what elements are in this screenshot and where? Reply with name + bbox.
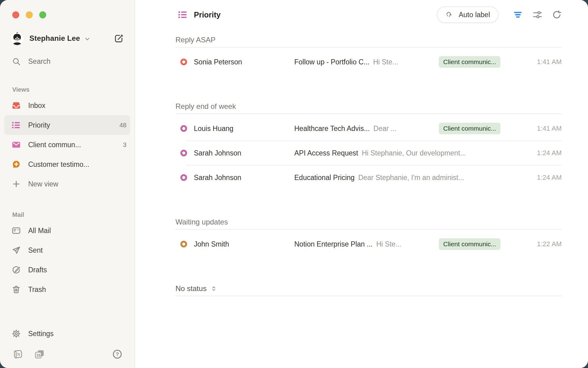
sidebar-item-label: Sent xyxy=(28,246,43,255)
group-title-no-status[interactable]: No status xyxy=(175,282,562,296)
divider xyxy=(175,296,562,296)
compose-icon xyxy=(114,33,124,44)
calendar-app-button[interactable]: 15 xyxy=(34,349,45,359)
trash-icon xyxy=(12,285,21,294)
email-preview: Hi Ste... xyxy=(376,240,434,248)
label-badge[interactable]: Client communic... xyxy=(439,123,500,134)
sidebar-item-priority[interactable]: Priority 48 xyxy=(4,115,130,135)
group-title-text: No status xyxy=(175,284,206,293)
label-badge[interactable]: Client communic... xyxy=(439,238,500,250)
email-row[interactable]: Louis Huang Healthcare Tech Advis... Dea… xyxy=(175,117,562,140)
svg-text:N: N xyxy=(17,352,21,357)
sidebar-item-label: Priority xyxy=(28,121,50,129)
sidebar-item-label: Customer testimo... xyxy=(28,160,89,169)
status-dot-icon xyxy=(180,125,187,132)
views-section-label: Views xyxy=(0,83,134,96)
new-view-button[interactable]: New view xyxy=(0,174,134,194)
auto-label-button[interactable]: Auto label xyxy=(437,6,499,23)
group-title: Waiting updates xyxy=(175,215,562,229)
email-time: 1:41 AM xyxy=(500,58,562,66)
email-time: 1:41 AM xyxy=(500,125,562,132)
send-icon xyxy=(12,246,21,255)
settings-label: Settings xyxy=(28,330,54,338)
sidebar-item-label: Drafts xyxy=(28,266,47,274)
avatar xyxy=(10,32,24,45)
email-row[interactable]: Sarah Johnson Educational Pricing Dear S… xyxy=(175,166,562,190)
sidebar-item-all-mail[interactable]: All Mail xyxy=(0,221,134,240)
email-row[interactable]: Sonia Peterson Follow up - Portfolio C..… xyxy=(175,50,562,74)
email-time: 1:22 AM xyxy=(500,240,562,248)
notion-app-button[interactable]: N xyxy=(12,349,23,359)
email-subject: Educational Pricing xyxy=(294,174,355,182)
mail-section-label: Mail xyxy=(0,209,134,221)
label-badge[interactable]: Client communic... xyxy=(439,56,500,68)
help-icon: ? xyxy=(112,349,123,360)
search-label: Search xyxy=(28,57,51,66)
sidebar-item-trash[interactable]: Trash xyxy=(0,280,134,299)
app-window: Stephanie Lee Search Views xyxy=(0,0,588,368)
sidebar-item-customer-testimonials[interactable]: Customer testimo... xyxy=(0,155,134,174)
filter-button[interactable] xyxy=(513,10,523,20)
email-preview: Dear ... xyxy=(373,125,434,133)
status-dot-icon xyxy=(180,59,187,65)
status-dot-icon xyxy=(180,174,187,181)
compose-button[interactable] xyxy=(114,33,124,44)
filter-icon xyxy=(513,10,523,20)
status-group-reply-end-of-week: Reply end of week Louis Huang Healthcare… xyxy=(175,99,562,190)
sidebar-item-drafts[interactable]: Drafts xyxy=(0,260,134,280)
svg-text:?: ? xyxy=(116,351,119,357)
help-button[interactable]: ? xyxy=(112,349,123,360)
sidebar-item-label: Client commun... xyxy=(28,141,81,149)
sidebar-item-inbox[interactable]: Inbox xyxy=(0,96,134,115)
email-preview: Hi Ste... xyxy=(373,58,434,66)
drafts-icon xyxy=(12,265,21,274)
plus-icon xyxy=(12,179,21,189)
sidebar-item-client-communications[interactable]: Client commun... 3 xyxy=(0,135,134,155)
svg-text:15: 15 xyxy=(36,353,40,358)
email-sender: Sarah Johnson xyxy=(194,149,294,157)
refresh-button[interactable] xyxy=(552,10,562,20)
refresh-icon xyxy=(552,10,562,20)
account-switcher[interactable]: Stephanie Lee xyxy=(0,29,134,47)
email-subject: API Access Request xyxy=(294,149,358,157)
sidebar-footer: N 15 ? xyxy=(0,343,134,368)
email-row[interactable]: Sarah Johnson API Access Request Hi Step… xyxy=(175,141,562,165)
priority-list-icon xyxy=(12,121,21,130)
sidebar-item-sent[interactable]: Sent xyxy=(0,240,134,260)
main-panel: Priority Auto label xyxy=(135,0,588,368)
search-input[interactable]: Search xyxy=(0,52,134,71)
email-time: 1:24 AM xyxy=(500,149,562,157)
close-button[interactable] xyxy=(12,11,19,18)
status-group-no-status: No status xyxy=(175,282,562,296)
email-preview: Hi Stephanie, Our development... xyxy=(362,149,496,157)
inbox-icon xyxy=(12,101,21,110)
calendar-icon: 15 xyxy=(34,349,45,359)
email-subject: Healthcare Tech Advis... xyxy=(294,125,370,133)
search-icon xyxy=(12,57,21,66)
testimonial-bubble-icon xyxy=(12,160,21,169)
display-options-button[interactable] xyxy=(532,10,543,20)
email-subject: Follow up - Portfolio C... xyxy=(294,58,369,66)
display-options-icon xyxy=(532,10,543,20)
group-title: Reply ASAP xyxy=(175,33,562,47)
page-title: Priority xyxy=(194,10,221,19)
sidebar-item-label: Inbox xyxy=(28,102,45,110)
user-name: Stephanie Lee xyxy=(29,34,80,43)
envelope-icon xyxy=(12,140,21,149)
sidebar-item-label: All Mail xyxy=(28,227,51,235)
email-sender: Louis Huang xyxy=(194,125,294,133)
settings-button[interactable]: Settings xyxy=(0,324,134,343)
status-dot-icon xyxy=(180,241,187,247)
email-row[interactable]: John Smith Notion Enterprise Plan ... Hi… xyxy=(175,232,562,256)
zoom-button[interactable] xyxy=(39,11,46,18)
email-sender: Sarah Johnson xyxy=(194,174,294,182)
priority-list-icon xyxy=(178,10,188,20)
sidebar: Stephanie Lee Search Views xyxy=(0,0,135,368)
sidebar-item-label: Trash xyxy=(28,286,46,294)
auto-label-text: Auto label xyxy=(459,11,490,19)
email-preview: Dear Stephanie, I'm an administ... xyxy=(358,174,496,182)
unread-count: 3 xyxy=(123,141,126,148)
auto-label-icon xyxy=(445,10,454,19)
minimize-button[interactable] xyxy=(26,11,33,18)
email-list: Reply ASAP Sonia Peterson Follow up - Po… xyxy=(135,29,588,322)
